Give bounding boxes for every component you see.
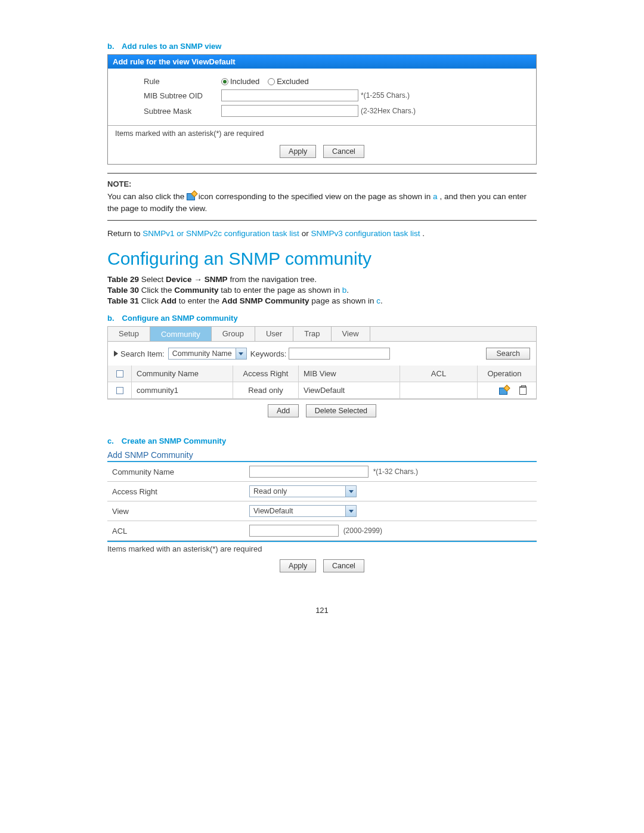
hint-acl: (2000-2999) <box>343 527 382 535</box>
apply-button-2[interactable]: Apply <box>280 559 316 572</box>
cancel-button-1[interactable]: Cancel <box>323 145 364 158</box>
radio-included[interactable] <box>221 78 228 85</box>
search-button[interactable]: Search <box>486 348 530 360</box>
edit-icon <box>187 192 196 200</box>
note-ref-a[interactable]: a <box>433 192 438 201</box>
community-grid: Community Name Access Right MIB View ACL… <box>107 366 537 400</box>
tab-setup[interactable]: Setup <box>108 327 150 341</box>
label-acl: ACL <box>107 521 244 541</box>
community-panel: Setup Community Group User Trap View Sea… <box>107 326 537 422</box>
panel-title-add-community: Add SNMP Community <box>107 450 537 460</box>
search-bar: Search Item: Community Name Keywords: Se… <box>107 342 537 366</box>
cell-name: community1 <box>132 382 233 399</box>
ref-c[interactable]: c <box>376 296 380 305</box>
col-operation: Operation <box>478 366 536 382</box>
label-mib-oid: MIB Subtree OID <box>144 91 221 100</box>
delete-row-icon[interactable] <box>519 386 527 395</box>
chevron-down-icon[interactable] <box>345 506 356 516</box>
tab-trap[interactable]: Trap <box>293 327 331 341</box>
cell-mib: ViewDefault <box>299 382 400 399</box>
input-acl[interactable] <box>249 525 339 537</box>
divider-1 <box>107 173 537 174</box>
caption-add-rules: b. Add rules to an SNMP view <box>107 42 537 51</box>
return-line: Return to SNMPv1 or SNMPv2c configuratio… <box>107 229 537 238</box>
note-text: You can also click the icon correspondin… <box>107 191 537 214</box>
note-label: NOTE: <box>107 179 537 188</box>
step-31: Table 31 Click Add to enter the Add SNMP… <box>107 296 537 305</box>
apply-button-1[interactable]: Apply <box>280 145 316 158</box>
col-community-name: Community Name <box>132 366 233 382</box>
hint-oid: *(1-255 Chars.) <box>361 91 410 100</box>
radio-excluded[interactable] <box>268 78 275 85</box>
label-access-right: Access Right <box>107 482 244 501</box>
radio-excluded-label: Excluded <box>277 77 308 86</box>
caption-configure-community: b. Configure an SNMP community <box>107 314 537 323</box>
col-access-right: Access Right <box>233 366 299 382</box>
col-acl: ACL <box>400 366 478 382</box>
chevron-down-icon[interactable] <box>345 486 356 497</box>
cancel-button-2[interactable]: Cancel <box>323 559 364 572</box>
input-mib-oid[interactable] <box>221 89 358 101</box>
divider-2 <box>107 220 537 221</box>
required-note-2: Items marked with an asterisk(*) are req… <box>107 542 537 556</box>
cell-access: Read only <box>233 382 299 399</box>
link-snmpv3-tasklist[interactable]: SNMPv3 configuration task list <box>311 229 420 238</box>
col-mib-view: MIB View <box>299 366 400 382</box>
page-number: 121 <box>107 606 537 615</box>
tab-view[interactable]: View <box>332 327 370 341</box>
label-subtree-mask: Subtree Mask <box>144 107 221 116</box>
step-29: Table 29 Select Device → SNMP from the n… <box>107 275 537 284</box>
keywords-label: Keywords: <box>250 349 287 358</box>
tab-community[interactable]: Community <box>150 327 212 341</box>
chevron-down-icon[interactable] <box>236 348 246 359</box>
dropdown-access-right[interactable]: Read only <box>249 485 357 497</box>
heading-configuring-snmp-community: Configuring an SNMP community <box>107 249 537 269</box>
caption-create-community: c. Create an SNMP Community <box>107 436 537 445</box>
panel-title-add-rule: Add rule for the view ViewDefault <box>108 55 536 69</box>
label-community-name: Community Name <box>107 462 244 482</box>
delete-selected-button[interactable]: Delete Selected <box>306 404 376 417</box>
add-button[interactable]: Add <box>268 404 299 417</box>
checkbox-row[interactable] <box>116 387 123 394</box>
label-view: View <box>107 501 244 521</box>
cell-acl <box>400 382 478 399</box>
radio-included-label: Included <box>230 77 259 86</box>
label-rule: Rule <box>144 77 221 86</box>
tab-user[interactable]: User <box>255 327 293 341</box>
dropdown-view[interactable]: ViewDefault <box>249 505 357 517</box>
input-community-name[interactable] <box>249 466 369 478</box>
keywords-input[interactable] <box>289 348 390 360</box>
tab-group[interactable]: Group <box>212 327 255 341</box>
edit-row-icon[interactable] <box>499 386 509 395</box>
hint-mask: (2-32Hex Chars.) <box>361 107 416 115</box>
hint-community-name: *(1-32 Chars.) <box>373 467 418 476</box>
link-snmpv1v2c-tasklist[interactable]: SNMPv1 or SNMPv2c configuration task lis… <box>143 229 299 238</box>
search-item-dropdown[interactable]: Community Name <box>168 348 247 360</box>
table-row: community1 Read only ViewDefault <box>108 382 536 399</box>
add-rule-panel: Add rule for the view ViewDefault Rule I… <box>107 54 537 165</box>
step-30: Table 30 Click the Community tab to ente… <box>107 286 537 295</box>
expand-icon <box>114 351 118 357</box>
checkbox-all[interactable] <box>116 370 123 377</box>
tabs-row: Setup Community Group User Trap View <box>107 326 537 342</box>
search-item-label: Search Item: <box>120 349 165 358</box>
input-subtree-mask[interactable] <box>221 105 358 117</box>
required-note-1: Items marked with an asterisk(*) are req… <box>108 125 536 141</box>
add-community-panel: Add SNMP Community Community Name *(1-32… <box>107 450 537 578</box>
